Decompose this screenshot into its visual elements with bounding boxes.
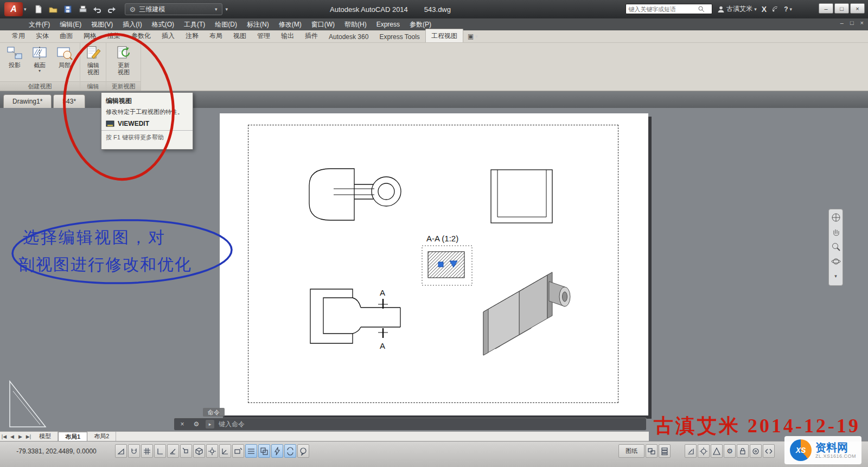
layout-tab-layout2[interactable]: 布局2: [87, 432, 116, 442]
paper-space-button[interactable]: 图纸: [618, 444, 644, 458]
orbit-button[interactable]: [831, 256, 841, 267]
doc-minimize-icon[interactable]: –: [840, 20, 844, 26]
menu-item-dimension[interactable]: 标注(N): [242, 18, 274, 30]
ribbon-display-toggle[interactable]: ▣▾: [468, 33, 478, 42]
qat-customize-caret-icon[interactable]: ▾: [226, 7, 228, 12]
annotation-scale-button[interactable]: [685, 444, 697, 458]
tab-view[interactable]: 视图: [228, 29, 252, 42]
redo-button[interactable]: [105, 3, 118, 16]
layout-tab-layout1[interactable]: 布局1: [58, 432, 87, 442]
application-menu-button[interactable]: A: [4, 2, 23, 16]
layout-tab-model[interactable]: 模型: [33, 432, 58, 442]
workspace-dropdown[interactable]: ⚙ 三维建模 ▾: [125, 3, 222, 15]
doc-tab-543[interactable]: 543*: [53, 94, 85, 108]
layout-next-icon[interactable]: ▶: [16, 434, 24, 439]
infer-constraints-button[interactable]: [115, 444, 127, 458]
doc-tab-drawing1[interactable]: Drawing1*: [3, 94, 52, 108]
toolbar-lock-button[interactable]: [737, 444, 749, 458]
annotation-autoscale-button[interactable]: [711, 444, 723, 458]
search-input[interactable]: [628, 6, 698, 12]
quick-view-layouts-button[interactable]: [646, 444, 658, 458]
quick-view-drawings-button[interactable]: [659, 444, 671, 458]
transparency-button[interactable]: [258, 444, 270, 458]
object-snap-button[interactable]: [180, 444, 192, 458]
maximize-button[interactable]: □: [834, 3, 849, 14]
plot-button[interactable]: [76, 3, 89, 16]
undo-button[interactable]: [91, 3, 104, 16]
menu-item-modify[interactable]: 修改(M): [274, 18, 307, 30]
new-drawing-button[interactable]: [32, 3, 45, 16]
tab-manage[interactable]: 管理: [252, 29, 276, 42]
infocenter-search[interactable]: [626, 4, 712, 14]
drawing-canvas[interactable]: A-A (1:2) A A: [0, 108, 868, 441]
menu-item-insert[interactable]: 插入(I): [118, 18, 146, 30]
navigation-wheel-button[interactable]: [831, 212, 841, 223]
menu-item-draw[interactable]: 绘图(D): [210, 18, 242, 30]
ortho-mode-button[interactable]: [154, 444, 166, 458]
sign-in-button[interactable]: 古滇艾米 ▾: [717, 4, 757, 14]
projection-view-button[interactable]: 投影: [3, 45, 27, 69]
clean-screen-button[interactable]: [763, 444, 775, 458]
minimize-button[interactable]: –: [819, 3, 833, 14]
doc-restore-icon[interactable]: □: [850, 20, 854, 26]
menu-item-express[interactable]: Express: [372, 18, 405, 30]
isolate-objects-button[interactable]: [750, 444, 762, 458]
navbar-more-button[interactable]: ▾: [831, 271, 841, 282]
layout-last-icon[interactable]: ▶|: [24, 434, 33, 439]
dynamic-ucs-button[interactable]: [219, 444, 231, 458]
command-close-icon[interactable]: ×: [177, 420, 187, 428]
pan-button[interactable]: [831, 227, 841, 238]
selection-cycling-button[interactable]: [284, 444, 296, 458]
open-drawing-button[interactable]: [47, 3, 60, 16]
tab-annotate[interactable]: 注释: [180, 29, 204, 42]
tab-insert[interactable]: 插入: [156, 29, 180, 42]
polar-tracking-button[interactable]: [167, 444, 179, 458]
menu-item-edit[interactable]: 编辑(E): [55, 18, 86, 30]
menu-item-tools[interactable]: 工具(T): [179, 18, 210, 30]
dynamic-input-button[interactable]: [232, 444, 244, 458]
menu-item-file[interactable]: 文件(F): [24, 18, 55, 30]
detail-view-button[interactable]: 局部: [53, 45, 76, 69]
tab-output[interactable]: 输出: [276, 29, 299, 42]
tab-autodesk360[interactable]: Autodesk 360: [323, 31, 374, 42]
menu-item-view[interactable]: 视图(V): [86, 18, 118, 30]
tab-layout[interactable]: 布局: [204, 29, 228, 42]
quick-properties-button[interactable]: [271, 444, 283, 458]
help-button[interactable]: ? ▾: [784, 5, 792, 13]
layout-first-icon[interactable]: |◀: [0, 434, 8, 439]
tab-express-tools[interactable]: Express Tools: [374, 31, 425, 42]
3d-object-snap-button[interactable]: [193, 444, 205, 458]
command-line-bar[interactable]: × ⚙ ▸ 键入命令: [174, 418, 647, 431]
grid-display-button[interactable]: [141, 444, 153, 458]
annotation-monitor-button[interactable]: [297, 444, 309, 458]
tab-parametric[interactable]: 参数化: [126, 29, 156, 42]
menu-item-window[interactable]: 窗口(W): [307, 18, 340, 30]
layout-prev-icon[interactable]: ◀: [8, 434, 16, 439]
annotation-visibility-button[interactable]: [698, 444, 710, 458]
tab-mesh[interactable]: 网格: [78, 29, 102, 42]
command-customize-icon[interactable]: ⚙: [192, 420, 201, 428]
tab-render[interactable]: 渲染: [102, 29, 126, 42]
command-input[interactable]: 键入命令: [219, 420, 245, 429]
grip-square[interactable]: [438, 262, 443, 267]
tab-plugins[interactable]: 插件: [299, 29, 323, 42]
object-snap-tracking-button[interactable]: [206, 444, 218, 458]
update-view-button[interactable]: 更新 视图: [112, 45, 136, 76]
menu-item-help[interactable]: 帮助(H): [340, 18, 372, 30]
section-view-button[interactable]: 截面 ▾: [28, 45, 52, 73]
tab-surface[interactable]: 曲面: [54, 29, 78, 42]
doc-close-icon[interactable]: ×: [860, 20, 864, 26]
exchange-apps-button[interactable]: X: [762, 5, 767, 14]
snap-mode-button[interactable]: [128, 444, 140, 458]
zoom-button[interactable]: [831, 241, 841, 252]
workspace-switch-button[interactable]: ⚙: [724, 444, 736, 458]
tab-drawing-views[interactable]: 工程视图: [425, 29, 463, 42]
tab-solid[interactable]: 实体: [30, 29, 54, 42]
save-button[interactable]: [61, 3, 74, 16]
close-button[interactable]: ×: [850, 3, 865, 14]
tab-home[interactable]: 常用: [7, 29, 30, 42]
menu-item-format[interactable]: 格式(O): [147, 18, 179, 30]
communication-center-button[interactable]: [771, 5, 779, 13]
lineweight-button[interactable]: [245, 444, 257, 458]
edit-view-button[interactable]: 编辑 视图: [81, 45, 105, 76]
